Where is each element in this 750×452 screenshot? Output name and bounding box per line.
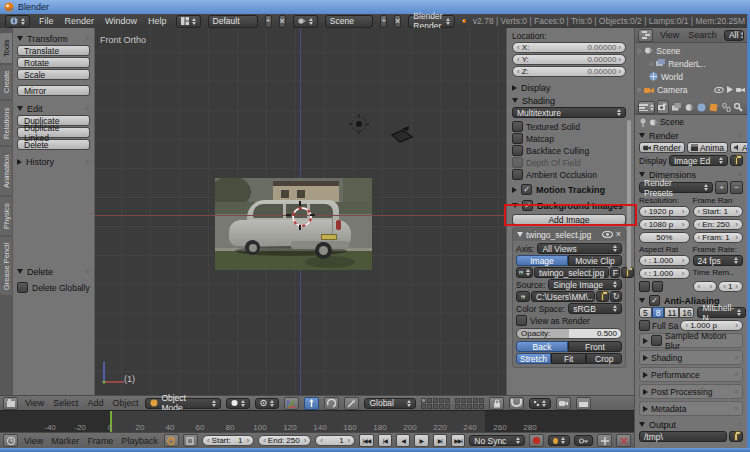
mirror-button[interactable]: Mirror [17,85,90,96]
camera-object-icon[interactable] [389,126,415,144]
render-presets-select[interactable]: Render Presets [639,182,713,193]
tab-animation[interactable]: Animation [0,147,12,195]
frame-end-field[interactable]: ‹En: 250› [693,219,744,230]
aa-samples-8[interactable]: 8 [652,307,665,318]
tab-create[interactable]: Create [0,65,12,99]
auto-keyframe-button[interactable] [529,434,544,447]
transform-orientation-select[interactable]: Global [364,398,416,409]
reload-image-button[interactable]: ↻ [610,291,622,302]
layers-widget-left[interactable] [421,398,450,409]
menu-object[interactable]: Object [110,398,140,408]
fake-user-button[interactable]: F [610,267,620,278]
menu-help[interactable]: Help [146,16,169,26]
decrement-arrow-icon[interactable]: ‹ [517,55,520,64]
tree-item-scene[interactable]: ○ Scene [637,44,745,57]
play-reverse-button[interactable]: ◀ [396,434,410,447]
menu-view[interactable]: View [23,398,46,408]
menu-view[interactable]: View [22,436,45,446]
render-engine-select[interactable]: Blender Render [408,15,454,28]
remap-old-field[interactable]: ‹› [693,281,718,292]
filepath-icon-button[interactable] [516,291,530,302]
panel-sampled-motion-blur[interactable]: Sampled Motion Blur [639,333,743,348]
image-tab[interactable]: Image [516,255,568,266]
browse-output-button[interactable] [729,431,743,442]
play-button[interactable]: ▶ [414,434,428,447]
tree-item-camera[interactable]: ○ Camera [637,83,745,96]
renderable-camera-icon[interactable] [736,87,745,93]
menu-render[interactable]: Render [63,16,97,26]
panel-display[interactable]: Display [512,81,626,94]
front-toggle[interactable]: Front [568,341,622,352]
tab-world[interactable] [696,101,706,113]
tab-physics[interactable]: Physics [0,197,12,235]
tab-render[interactable] [657,100,669,114]
render-still-button[interactable]: Render [639,142,685,153]
use-preview-range-button[interactable] [164,434,179,447]
tree-item-renderlayers[interactable]: ○ RenderL.. [637,57,745,70]
panel-transform[interactable]: Transform≡ [17,32,90,45]
translate-button[interactable]: Translate [17,45,90,56]
tab-tools[interactable]: Tools [0,33,12,63]
menu-add[interactable]: Add [85,398,105,408]
crop-checkbox[interactable] [652,281,663,292]
previous-keyframe-button[interactable]: |◀ [378,434,392,447]
insert-keyframe-button[interactable] [597,434,612,447]
menu-search[interactable]: Search [686,30,719,40]
lock-frame-range-button[interactable] [183,434,198,447]
eye-icon[interactable] [602,231,613,238]
layers-widget-right[interactable] [455,398,484,409]
manipulator-scale-button[interactable] [344,397,359,410]
opacity-slider[interactable]: Opacity: 0.500 [516,328,622,339]
add-preset-button[interactable]: + [715,181,728,194]
panel-motion-tracking[interactable]: Motion Tracking [512,183,626,196]
snap-toggle-button[interactable] [509,397,524,410]
add-scene-button[interactable]: + [380,15,387,28]
panel-shading[interactable]: Shading [512,94,626,107]
textured-solid-checkbox[interactable] [512,121,523,132]
snap-element-select[interactable] [529,398,551,409]
scale-button[interactable]: Scale [17,69,90,80]
rotate-button[interactable]: Rotate [17,57,90,68]
close-icon[interactable]: × [616,230,621,239]
pin-icon[interactable] [639,118,647,127]
tab-relations[interactable]: Relations [0,101,12,145]
lock-to-scene-button[interactable] [489,397,504,410]
view-as-render-checkbox[interactable] [516,315,527,326]
close-scene-button[interactable]: × [394,15,401,28]
menu-frame[interactable]: Frame [85,436,115,446]
back-toggle[interactable]: Back [516,341,568,352]
fps-select[interactable]: 24 fps [693,255,744,266]
location-x-field[interactable]: ‹X:0.00000› [512,42,626,53]
decrement-arrow-icon[interactable]: ‹ [517,43,520,52]
aa-samples-16[interactable]: 16 [679,307,694,318]
matcap-checkbox[interactable] [512,133,523,144]
movie-clip-tab[interactable]: Movie Clip [568,255,622,266]
ambient-occlusion-checkbox[interactable] [512,169,523,180]
delete-keyframe-button[interactable] [616,434,631,447]
start-frame-field[interactable]: ‹Start:1› [202,435,254,446]
image-datablock-field[interactable]: twingo_select.jpg [534,267,609,278]
output-path-field[interactable]: /tmp\ [639,431,727,442]
panel-metadata[interactable]: Metadata≡ [639,401,743,416]
tab-constraints[interactable] [721,101,731,113]
active-keying-set-field[interactable] [574,435,593,446]
panel-post-processing[interactable]: Post Processing≡ [639,384,743,399]
background-image-header[interactable]: twingo_select.jpg × [513,228,625,241]
window-titlebar[interactable]: Blender [0,0,750,14]
manipulator-axis-button[interactable] [284,397,299,410]
tab-render-layers[interactable] [671,101,681,113]
border-checkbox[interactable] [639,281,650,292]
colorspace-select[interactable]: sRGB [568,303,622,314]
image-browse-button[interactable] [516,267,533,278]
menu-select[interactable]: Select [51,398,80,408]
resolution-percentage-slider[interactable]: 50% [639,232,690,243]
resolution-x-field[interactable]: ‹1920 p› [639,206,690,217]
tab-data[interactable] [734,101,744,113]
location-z-field[interactable]: ‹Z:0.00000› [512,66,626,77]
render-opengl-button[interactable] [556,397,571,410]
decrement-arrow-icon[interactable]: ‹ [517,67,520,76]
pivot-select[interactable] [255,398,279,409]
panel-delete[interactable]: Delete≡ [17,265,90,278]
aa-filter-select[interactable]: Mitchell-N [697,307,746,318]
motion-tracking-checkbox[interactable] [521,184,532,195]
